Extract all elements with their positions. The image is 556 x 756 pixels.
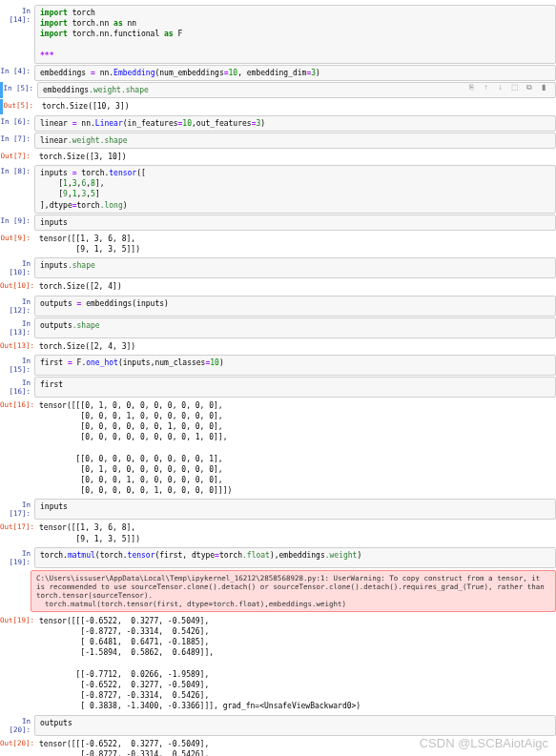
in-prompt: In [5]: bbox=[3, 82, 37, 98]
out-prompt: Out[10]: bbox=[0, 279, 34, 294]
input-cell: In [4]:embeddings = nn.Embedding(num_emb… bbox=[0, 65, 556, 81]
input-cell: In [9]:inputs bbox=[0, 215, 556, 231]
code-area[interactable]: outputs = embeddings(inputs) bbox=[34, 296, 556, 317]
code-area[interactable]: torch.matmul(torch.tensor(first, dtype=t… bbox=[34, 547, 556, 568]
toolbar-btn-1[interactable]: ↑ bbox=[481, 82, 491, 92]
output-cell: Out[13]:torch.Size([2, 4, 3]) bbox=[0, 339, 556, 354]
output-area: torch.Size([2, 4, 3]) bbox=[34, 339, 556, 354]
output-area: tensor([[[0, 1, 0, 0, 0, 0, 0, 0, 0, 0],… bbox=[34, 398, 556, 499]
code-area[interactable]: linear.weight.shape bbox=[34, 133, 556, 149]
toolbar-btn-4[interactable]: ⧉ bbox=[524, 82, 534, 92]
code-area[interactable]: inputs = torch.tensor([ [1,3,6,8], [9,1,… bbox=[34, 165, 556, 214]
in-prompt: In [12]: bbox=[0, 296, 34, 317]
watermark: CSDN @LSCBAiotAigc bbox=[420, 736, 548, 750]
cell-toolbar: ⎘↑↓⬚⧉▮ bbox=[466, 82, 548, 92]
in-prompt: In [16]: bbox=[0, 377, 34, 398]
out-prompt: Out[7]: bbox=[0, 150, 34, 164]
code-area[interactable]: inputs bbox=[34, 215, 556, 231]
input-cell: In [8]:inputs = torch.tensor([ [1,3,6,8]… bbox=[0, 165, 556, 214]
output-cell: Out[17]:tensor([[1, 3, 6, 8], [9, 1, 3, … bbox=[0, 521, 556, 545]
code-area[interactable]: outputs bbox=[34, 715, 556, 736]
code-area[interactable]: embeddings = nn.Embedding(num_embeddings… bbox=[34, 65, 556, 81]
code-area[interactable]: inputs bbox=[34, 499, 556, 520]
input-cell: In [14]:import torch import torch.nn as … bbox=[0, 5, 556, 64]
input-cell: In [19]:torch.matmul(torch.tensor(first,… bbox=[0, 547, 556, 568]
output-cell: Out[10]:torch.Size([2, 4]) bbox=[0, 279, 556, 294]
input-cell: In [10]:inputs.shape bbox=[0, 257, 556, 278]
input-cell: In [12]:outputs = embeddings(inputs) bbox=[0, 296, 556, 317]
toolbar-btn-0[interactable]: ⎘ bbox=[466, 82, 477, 92]
out-prompt: Out[9]: bbox=[0, 232, 34, 256]
warning-output: C:\Users\issuser\AppData\Local\Temp\ipyk… bbox=[31, 570, 556, 612]
input-cell: In [5]:embeddings.weight.shape⎘↑↓⬚⧉▮ bbox=[0, 82, 556, 98]
code-area[interactable]: linear = nn.Linear(in_features=10,out_fe… bbox=[34, 115, 556, 132]
input-cell: In [15]:first = F.one_hot(inputs,num_cla… bbox=[0, 355, 556, 376]
code-area[interactable]: first = F.one_hot(inputs,num_classes=10) bbox=[34, 355, 556, 376]
input-cell: In [6]:linear = nn.Linear(in_features=10… bbox=[0, 115, 556, 132]
output-area: torch.Size([2, 4]) bbox=[34, 279, 556, 294]
output-area: tensor([[1, 3, 6, 8], [9, 1, 3, 5]]) bbox=[34, 521, 556, 545]
in-prompt: In [10]: bbox=[0, 257, 34, 278]
out-prompt: Out[5]: bbox=[3, 99, 37, 113]
in-prompt: In [15]: bbox=[0, 355, 34, 376]
in-prompt: In [19]: bbox=[0, 547, 34, 568]
input-cell: In [20]:outputs bbox=[0, 715, 556, 736]
output-area: tensor([[[-0.6522, 0.3277, -0.5049], [-0… bbox=[34, 614, 556, 714]
in-prompt: In [7]: bbox=[0, 133, 34, 149]
out-prompt: Out[13]: bbox=[0, 339, 34, 354]
in-prompt: In [20]: bbox=[0, 715, 34, 736]
toolbar-btn-3[interactable]: ⬚ bbox=[509, 82, 520, 92]
toolbar-btn-2[interactable]: ↓ bbox=[495, 82, 505, 92]
input-cell: In [7]:linear.weight.shape bbox=[0, 133, 556, 149]
output-area: torch.Size([10, 3]) bbox=[37, 99, 556, 113]
code-area[interactable]: import torch import torch.nn as nn impor… bbox=[34, 5, 556, 64]
output-cell: Out[7]:torch.Size([3, 10]) bbox=[0, 150, 556, 164]
out-prompt: Out[16]: bbox=[0, 398, 34, 499]
out-prompt: Out[17]: bbox=[0, 521, 34, 545]
in-prompt: In [8]: bbox=[0, 165, 34, 214]
output-area: torch.Size([3, 10]) bbox=[34, 150, 556, 164]
out-prompt: Out[20]: bbox=[0, 737, 34, 757]
in-prompt: In [14]: bbox=[0, 5, 34, 64]
code-area[interactable]: first bbox=[34, 377, 556, 398]
in-prompt: In [13]: bbox=[0, 317, 34, 338]
notebook: In [14]:import torch import torch.nn as … bbox=[0, 0, 556, 756]
output-area: tensor([[1, 3, 6, 8], [9, 1, 3, 5]]) bbox=[34, 232, 556, 256]
in-prompt: In [9]: bbox=[0, 215, 34, 231]
output-cell: Out[16]:tensor([[[0, 1, 0, 0, 0, 0, 0, 0… bbox=[0, 398, 556, 499]
input-cell: In [13]:outputs.shape bbox=[0, 317, 556, 338]
in-prompt: In [17]: bbox=[0, 499, 34, 520]
output-cell: Out[9]:tensor([[1, 3, 6, 8], [9, 1, 3, 5… bbox=[0, 232, 556, 256]
code-area[interactable]: inputs.shape bbox=[34, 257, 556, 278]
out-prompt: Out[19]: bbox=[0, 614, 34, 714]
input-cell: In [16]:first bbox=[0, 377, 556, 398]
output-cell: Out[19]:tensor([[[-0.6522, 0.3277, -0.50… bbox=[0, 614, 556, 714]
output-cell: Out[5]:torch.Size([10, 3]) bbox=[0, 99, 556, 113]
in-prompt: In [6]: bbox=[0, 115, 34, 132]
toolbar-btn-5[interactable]: ▮ bbox=[538, 82, 548, 92]
in-prompt: In [4]: bbox=[0, 65, 34, 81]
input-cell: In [17]:inputs bbox=[0, 499, 556, 520]
code-area[interactable]: outputs.shape bbox=[34, 317, 556, 338]
